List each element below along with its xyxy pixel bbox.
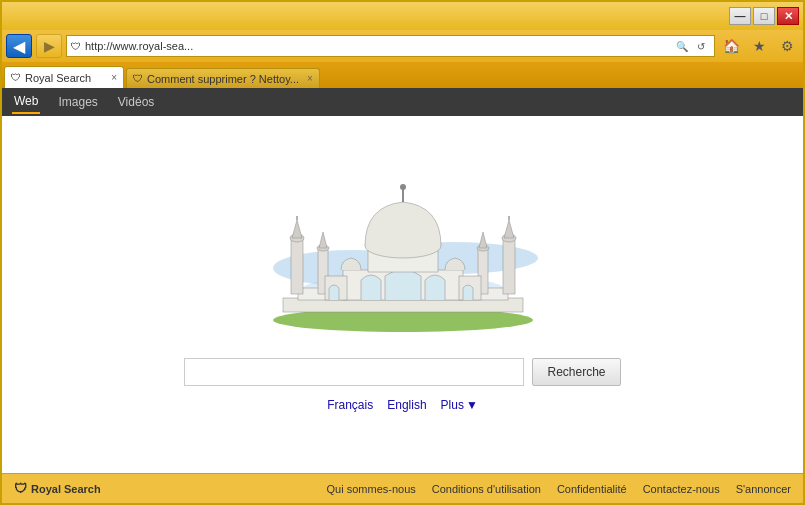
svg-marker-8 <box>292 220 302 238</box>
more-label: Plus <box>441 398 464 412</box>
tab-royal-search[interactable]: 🛡 Royal Search × <box>4 66 124 88</box>
search-toolbar: Web Images Vidéos <box>2 88 803 116</box>
footer-shield-icon: 🛡 <box>14 481 27 496</box>
francais-link[interactable]: Français <box>327 398 373 412</box>
svg-marker-19 <box>479 232 487 248</box>
tab-close-inactive[interactable]: × <box>307 73 313 84</box>
minimize-button[interactable]: — <box>729 7 751 25</box>
search-icon[interactable]: 🔍 <box>673 37 691 55</box>
tab-favicon-active: 🛡 <box>11 72 21 83</box>
taj-mahal-logo <box>213 158 593 338</box>
footer-brand-name: Royal Search <box>31 483 101 495</box>
tab-comment-supprimer[interactable]: 🛡 Comment supprimer ? Nettoy... × <box>126 68 320 88</box>
tab-close-active[interactable]: × <box>111 72 117 83</box>
toolbar-images[interactable]: Images <box>56 91 99 113</box>
site-icon: 🛡 <box>71 41 81 52</box>
svg-point-26 <box>400 184 406 190</box>
footer: 🛡 Royal Search Qui sommes-nous Condition… <box>2 473 803 503</box>
window-controls: — □ ✕ <box>729 7 799 25</box>
svg-marker-16 <box>319 232 327 248</box>
search-button[interactable]: Recherche <box>532 358 620 386</box>
chevron-down-icon: ▼ <box>466 398 478 412</box>
favorites-button[interactable]: ★ <box>747 35 771 57</box>
tab-favicon-inactive: 🛡 <box>133 73 143 84</box>
address-actions: 🔍 ↺ <box>673 37 710 55</box>
tab-label-active: Royal Search <box>25 72 103 84</box>
language-links: Français English Plus ▼ <box>327 398 478 412</box>
home-button[interactable]: 🏠 <box>719 35 743 57</box>
toolbar-videos[interactable]: Vidéos <box>116 91 156 113</box>
address-text: http://www.royal-sea... <box>85 40 669 52</box>
toolbar-web[interactable]: Web <box>12 90 40 114</box>
footer-link-about[interactable]: Qui sommes-nous <box>327 483 416 495</box>
search-area: Recherche <box>184 358 620 386</box>
tab-label-inactive: Comment supprimer ? Nettoy... <box>147 73 299 85</box>
english-link[interactable]: English <box>387 398 426 412</box>
search-input[interactable] <box>184 358 524 386</box>
footer-link-contact[interactable]: Contactez-nous <box>643 483 720 495</box>
back-button[interactable]: ◀ <box>6 34 32 58</box>
forward-button[interactable]: ▶ <box>36 34 62 58</box>
svg-rect-10 <box>503 238 515 294</box>
svg-rect-6 <box>291 238 303 294</box>
footer-link-advertise[interactable]: S'annoncer <box>736 483 791 495</box>
more-link[interactable]: Plus ▼ <box>441 398 478 412</box>
tab-bar: 🛡 Royal Search × 🛡 Comment supprimer ? N… <box>2 62 803 88</box>
settings-button[interactable]: ⚙ <box>775 35 799 57</box>
browser-window: — □ ✕ ◀ ▶ 🛡 http://www.royal-sea... 🔍 ↺ … <box>0 0 805 505</box>
navigation-bar: ◀ ▶ 🛡 http://www.royal-sea... 🔍 ↺ 🏠 ★ ⚙ <box>2 30 803 62</box>
logo-container <box>213 158 593 338</box>
refresh-icon[interactable]: ↺ <box>692 37 710 55</box>
footer-link-terms[interactable]: Conditions d'utilisation <box>432 483 541 495</box>
svg-marker-12 <box>504 220 514 238</box>
close-button[interactable]: ✕ <box>777 7 799 25</box>
maximize-button[interactable]: □ <box>753 7 775 25</box>
address-bar[interactable]: 🛡 http://www.royal-sea... 🔍 ↺ <box>66 35 715 57</box>
footer-links: Qui sommes-nous Conditions d'utilisation… <box>327 483 791 495</box>
main-content: Recherche Français English Plus ▼ <box>2 116 803 473</box>
footer-link-privacy[interactable]: Confidentialité <box>557 483 627 495</box>
footer-brand: 🛡 Royal Search <box>14 481 101 496</box>
title-bar: — □ ✕ <box>2 2 803 30</box>
